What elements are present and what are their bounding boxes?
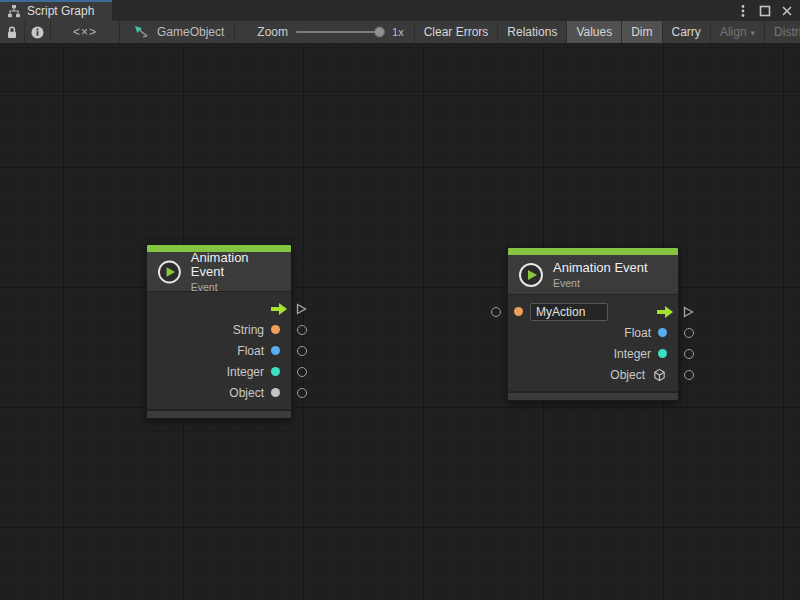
info-button[interactable]	[25, 21, 51, 43]
graph-toolbar: <×> GameObject Zoom 1x Clear Errors Rela…	[0, 21, 800, 44]
lock-icon	[6, 25, 18, 39]
cube-icon	[652, 367, 667, 383]
output-row-object: Object	[508, 364, 678, 385]
zoom-slider-thumb[interactable]	[374, 27, 385, 38]
flow-output-port[interactable]	[295, 303, 307, 315]
code-view-button[interactable]: <×>	[51, 21, 120, 43]
node-footer	[147, 409, 291, 418]
string-type-dot	[514, 307, 523, 316]
output-row-integer: Integer	[508, 343, 678, 364]
tab-active-indicator	[0, 0, 112, 2]
toolbar-buttons: Clear Errors Relations Values Dim Carry …	[415, 21, 800, 43]
flow-port-triangle-icon	[295, 303, 307, 315]
output-row-integer: Integer	[147, 361, 291, 382]
integer-type-dot	[271, 367, 280, 376]
tab-script-graph[interactable]: Script Graph	[0, 0, 112, 21]
float-type-dot	[271, 346, 280, 355]
output-row-float: Float	[508, 322, 678, 343]
node-title: Animation Event	[191, 251, 281, 279]
flow-port-triangle-icon	[682, 306, 694, 318]
flow-output-row	[147, 298, 291, 319]
object-output-port[interactable]	[297, 388, 307, 398]
script-graph-window: Script Graph	[0, 0, 800, 600]
node-body: Float Integer Object	[508, 295, 678, 391]
maximize-icon[interactable]	[757, 3, 773, 19]
chevron-down-icon: ▾	[751, 28, 756, 38]
object-output-port[interactable]	[684, 370, 694, 380]
float-type-dot	[658, 328, 667, 337]
integer-type-dot	[658, 349, 667, 358]
carry-toggle[interactable]: Carry	[663, 21, 711, 43]
name-input-port[interactable]	[491, 307, 501, 317]
string-type-dot	[271, 325, 280, 334]
node-footer	[508, 391, 678, 400]
graph-canvas[interactable]: Animation Event Event String	[0, 44, 800, 600]
node-animation-event-1[interactable]: Animation Event Event String	[146, 244, 292, 419]
zoom-value: 1x	[392, 26, 404, 38]
float-output-port[interactable]	[297, 346, 307, 356]
clear-errors-button[interactable]: Clear Errors	[415, 21, 499, 43]
float-output-port[interactable]	[684, 328, 694, 338]
zoom-slider[interactable]	[296, 31, 384, 33]
event-name-input-row	[508, 301, 678, 322]
close-icon[interactable]	[779, 3, 795, 19]
window-controls	[735, 0, 800, 21]
graph-owner-selector[interactable]: GameObject	[120, 21, 235, 43]
window-menu-icon[interactable]	[735, 3, 751, 19]
event-play-icon	[518, 262, 544, 288]
dim-toggle[interactable]: Dim	[622, 21, 662, 43]
integer-output-port[interactable]	[684, 349, 694, 359]
flow-arrow-icon	[656, 305, 674, 319]
titlebar: Script Graph	[0, 0, 800, 21]
string-output-port[interactable]	[297, 325, 307, 335]
zoom-label: Zoom	[257, 25, 288, 39]
distribute-dropdown[interactable]: Distribute ▾	[765, 21, 800, 43]
node-subtitle: Event	[191, 281, 281, 293]
node-subtitle: Event	[553, 277, 648, 289]
values-toggle[interactable]: Values	[567, 21, 622, 43]
zoom-control: Zoom 1x	[235, 21, 414, 43]
event-name-field[interactable]	[530, 303, 608, 321]
graph-pointer-icon	[134, 25, 150, 39]
info-icon	[31, 26, 44, 39]
flow-output-port[interactable]	[682, 306, 694, 318]
output-row-string: String	[147, 319, 291, 340]
flow-arrow-icon	[270, 302, 288, 316]
node-header[interactable]: Animation Event Event	[147, 252, 291, 292]
graph-owner-label: GameObject	[157, 25, 224, 39]
code-view-icon: <×>	[73, 25, 97, 39]
node-title: Animation Event	[553, 261, 648, 275]
graph-icon	[7, 4, 21, 18]
node-body: String Float Integer Object	[147, 292, 291, 409]
node-animation-event-2[interactable]: Animation Event Event	[507, 247, 679, 401]
node-header[interactable]: Animation Event Event	[508, 255, 678, 295]
event-play-icon	[157, 259, 182, 285]
align-dropdown[interactable]: Align ▾	[711, 21, 765, 43]
output-row-float: Float	[147, 340, 291, 361]
integer-output-port[interactable]	[297, 367, 307, 377]
relations-button[interactable]: Relations	[498, 21, 567, 43]
tab-title: Script Graph	[27, 4, 94, 18]
output-row-object: Object	[147, 382, 291, 403]
object-type-dot	[271, 388, 280, 397]
lock-button[interactable]	[0, 21, 25, 43]
node-color-bar	[508, 248, 678, 255]
